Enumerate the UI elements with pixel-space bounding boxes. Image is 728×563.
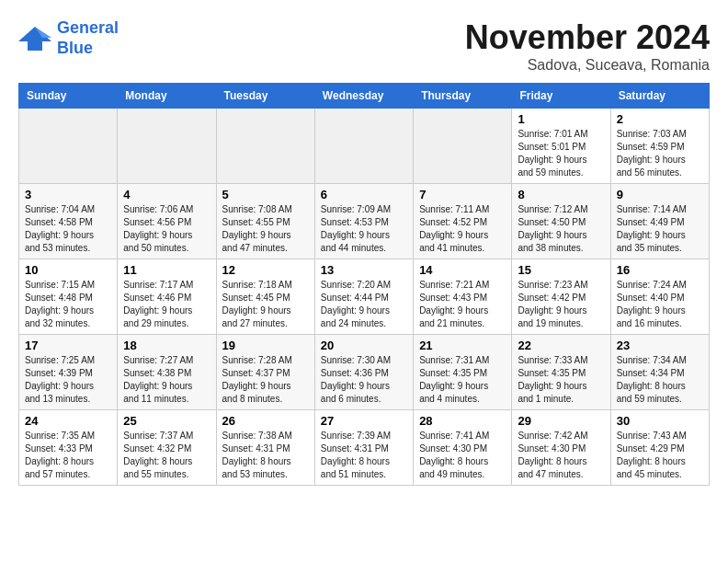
day-cell (314, 109, 413, 184)
month-title: November 2024 (465, 18, 710, 57)
day-number: 2 (617, 112, 703, 126)
week-row-4: 17Sunrise: 7:25 AM Sunset: 4:39 PM Dayli… (19, 335, 710, 410)
day-number: 27 (321, 414, 407, 428)
day-cell (118, 109, 216, 184)
week-row-2: 3Sunrise: 7:04 AM Sunset: 4:58 PM Daylig… (19, 184, 710, 259)
day-info: Sunrise: 7:11 AM Sunset: 4:52 PM Dayligh… (419, 203, 506, 255)
day-number: 3 (25, 188, 111, 201)
day-cell: 16Sunrise: 7:24 AM Sunset: 4:40 PM Dayli… (610, 259, 709, 335)
day-info: Sunrise: 7:25 AM Sunset: 4:39 PM Dayligh… (25, 354, 111, 406)
day-number: 12 (222, 263, 309, 277)
day-info: Sunrise: 7:14 AM Sunset: 4:49 PM Dayligh… (617, 203, 703, 255)
weekday-header-wednesday: Wednesday (314, 84, 413, 109)
day-info: Sunrise: 7:01 AM Sunset: 5:01 PM Dayligh… (518, 128, 604, 179)
calendar-body: 1Sunrise: 7:01 AM Sunset: 5:01 PM Daylig… (19, 109, 710, 486)
day-number: 9 (617, 188, 703, 201)
day-cell: 10Sunrise: 7:15 AM Sunset: 4:48 PM Dayli… (19, 259, 118, 335)
day-cell: 17Sunrise: 7:25 AM Sunset: 4:39 PM Dayli… (19, 335, 118, 410)
week-row-3: 10Sunrise: 7:15 AM Sunset: 4:48 PM Dayli… (19, 259, 710, 335)
day-cell: 21Sunrise: 7:31 AM Sunset: 4:35 PM Dayli… (414, 335, 512, 410)
day-cell (414, 109, 512, 184)
day-number: 18 (123, 339, 210, 352)
weekday-header-row: SundayMondayTuesdayWednesdayThursdayFrid… (19, 84, 710, 109)
day-number: 5 (222, 188, 309, 201)
day-cell: 25Sunrise: 7:37 AM Sunset: 4:32 PM Dayli… (118, 410, 216, 486)
week-row-1: 1Sunrise: 7:01 AM Sunset: 5:01 PM Daylig… (19, 109, 710, 184)
day-cell: 7Sunrise: 7:11 AM Sunset: 4:52 PM Daylig… (414, 184, 512, 259)
day-number: 8 (518, 188, 604, 201)
day-cell: 3Sunrise: 7:04 AM Sunset: 4:58 PM Daylig… (19, 184, 118, 259)
day-info: Sunrise: 7:27 AM Sunset: 4:38 PM Dayligh… (123, 354, 210, 406)
day-cell: 2Sunrise: 7:03 AM Sunset: 4:59 PM Daylig… (610, 109, 709, 184)
day-number: 17 (25, 339, 111, 352)
day-info: Sunrise: 7:24 AM Sunset: 4:40 PM Dayligh… (617, 279, 703, 330)
day-number: 10 (25, 263, 111, 277)
day-info: Sunrise: 7:33 AM Sunset: 4:35 PM Dayligh… (518, 354, 604, 406)
day-number: 30 (617, 414, 703, 428)
day-info: Sunrise: 7:04 AM Sunset: 4:58 PM Dayligh… (25, 203, 111, 255)
calendar-table: SundayMondayTuesdayWednesdayThursdayFrid… (18, 83, 710, 486)
day-number: 14 (419, 263, 506, 277)
day-info: Sunrise: 7:15 AM Sunset: 4:48 PM Dayligh… (25, 279, 111, 330)
day-cell: 12Sunrise: 7:18 AM Sunset: 4:45 PM Dayli… (216, 259, 314, 335)
header: General Blue November 2024 Sadova, Sucea… (18, 18, 710, 74)
day-cell: 29Sunrise: 7:42 AM Sunset: 4:30 PM Dayli… (512, 410, 610, 486)
day-number: 23 (617, 339, 703, 352)
day-info: Sunrise: 7:08 AM Sunset: 4:55 PM Dayligh… (222, 203, 309, 255)
day-cell: 14Sunrise: 7:21 AM Sunset: 4:43 PM Dayli… (414, 259, 512, 335)
day-info: Sunrise: 7:17 AM Sunset: 4:46 PM Dayligh… (123, 279, 210, 330)
day-cell: 9Sunrise: 7:14 AM Sunset: 4:49 PM Daylig… (610, 184, 709, 259)
day-info: Sunrise: 7:38 AM Sunset: 4:31 PM Dayligh… (222, 430, 309, 481)
day-number: 7 (419, 188, 506, 201)
logo-text: General Blue (57, 18, 119, 58)
day-cell (216, 109, 314, 184)
day-number: 26 (222, 414, 309, 428)
day-cell: 6Sunrise: 7:09 AM Sunset: 4:53 PM Daylig… (314, 184, 413, 259)
day-info: Sunrise: 7:20 AM Sunset: 4:44 PM Dayligh… (321, 279, 407, 330)
day-info: Sunrise: 7:28 AM Sunset: 4:37 PM Dayligh… (222, 354, 309, 406)
day-info: Sunrise: 7:34 AM Sunset: 4:34 PM Dayligh… (617, 354, 703, 406)
day-info: Sunrise: 7:21 AM Sunset: 4:43 PM Dayligh… (419, 279, 506, 330)
location-title: Sadova, Suceava, Romania (465, 57, 710, 74)
day-cell: 28Sunrise: 7:41 AM Sunset: 4:30 PM Dayli… (414, 410, 512, 486)
day-cell (19, 109, 118, 184)
logo-icon (18, 25, 51, 52)
day-number: 21 (419, 339, 506, 352)
day-cell: 15Sunrise: 7:23 AM Sunset: 4:42 PM Dayli… (512, 259, 610, 335)
day-info: Sunrise: 7:06 AM Sunset: 4:56 PM Dayligh… (123, 203, 210, 255)
day-cell: 11Sunrise: 7:17 AM Sunset: 4:46 PM Dayli… (118, 259, 216, 335)
day-cell: 19Sunrise: 7:28 AM Sunset: 4:37 PM Dayli… (216, 335, 314, 410)
day-info: Sunrise: 7:35 AM Sunset: 4:33 PM Dayligh… (25, 430, 111, 481)
day-cell: 1Sunrise: 7:01 AM Sunset: 5:01 PM Daylig… (512, 109, 610, 184)
weekday-header-saturday: Saturday (610, 84, 709, 109)
day-info: Sunrise: 7:39 AM Sunset: 4:31 PM Dayligh… (321, 430, 407, 481)
day-cell: 23Sunrise: 7:34 AM Sunset: 4:34 PM Dayli… (610, 335, 709, 410)
day-info: Sunrise: 7:18 AM Sunset: 4:45 PM Dayligh… (222, 279, 309, 330)
day-info: Sunrise: 7:41 AM Sunset: 4:30 PM Dayligh… (419, 430, 506, 481)
logo-line1: General (57, 18, 119, 37)
day-info: Sunrise: 7:42 AM Sunset: 4:30 PM Dayligh… (518, 430, 604, 481)
day-info: Sunrise: 7:12 AM Sunset: 4:50 PM Dayligh… (518, 203, 604, 255)
day-number: 1 (518, 112, 604, 126)
day-number: 28 (419, 414, 506, 428)
day-cell: 18Sunrise: 7:27 AM Sunset: 4:38 PM Dayli… (118, 335, 216, 410)
weekday-header-monday: Monday (118, 84, 216, 109)
day-info: Sunrise: 7:23 AM Sunset: 4:42 PM Dayligh… (518, 279, 604, 330)
day-number: 22 (518, 339, 604, 352)
day-number: 13 (321, 263, 407, 277)
day-cell: 13Sunrise: 7:20 AM Sunset: 4:44 PM Dayli… (314, 259, 413, 335)
day-number: 24 (25, 414, 111, 428)
day-cell: 20Sunrise: 7:30 AM Sunset: 4:36 PM Dayli… (314, 335, 413, 410)
day-info: Sunrise: 7:43 AM Sunset: 4:29 PM Dayligh… (617, 430, 703, 481)
day-number: 16 (617, 263, 703, 277)
title-section: November 2024 Sadova, Suceava, Romania (465, 18, 710, 74)
day-cell: 22Sunrise: 7:33 AM Sunset: 4:35 PM Dayli… (512, 335, 610, 410)
logo: General Blue (18, 18, 119, 58)
day-cell: 24Sunrise: 7:35 AM Sunset: 4:33 PM Dayli… (19, 410, 118, 486)
logo-line2: Blue (57, 39, 119, 59)
day-info: Sunrise: 7:37 AM Sunset: 4:32 PM Dayligh… (123, 430, 210, 481)
day-number: 11 (123, 263, 210, 277)
day-cell: 26Sunrise: 7:38 AM Sunset: 4:31 PM Dayli… (216, 410, 314, 486)
weekday-header-friday: Friday (512, 84, 610, 109)
weekday-header-sunday: Sunday (19, 84, 118, 109)
